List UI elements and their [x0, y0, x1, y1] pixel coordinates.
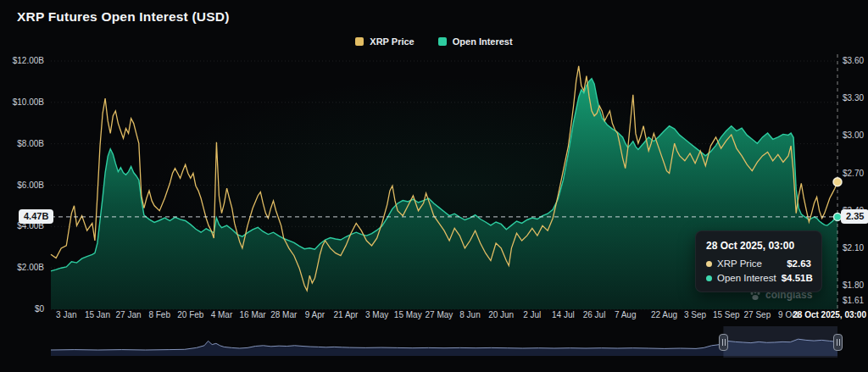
y-axis-label-right: $3.00 [843, 130, 864, 141]
y-axis-label-right: $2.70 [843, 169, 864, 179]
tooltip-label: XRP Price [717, 258, 782, 269]
tooltip-value: $4.51B [782, 273, 813, 283]
tooltip: 28 Oct 2025, 03:00 XRP Price $2.63 Open … [695, 230, 822, 292]
tooltip-dot-xrp-price [706, 261, 712, 267]
tooltip-label: Open Interest [717, 273, 776, 283]
tooltip-value: $2.63 [787, 258, 811, 269]
page-root: XRP Futures Open Interest (USD) XRP Pric… [0, 0, 868, 372]
y-axis-label-left: $8.00B [0, 139, 44, 149]
navigator-handle-left[interactable] [719, 334, 728, 351]
y-axis-label-right: $3.30 [843, 93, 864, 103]
y-axis-label-left: $2.00B [0, 263, 44, 273]
tooltip-row-open-interest: Open Interest $4.51B [706, 273, 811, 283]
y-axis-label-right: $1.80 [843, 280, 864, 291]
tooltip-dot-open-interest [706, 275, 712, 281]
tooltip-row-xrp-price: XRP Price $2.63 [706, 258, 811, 269]
y-axis-label-right: $2.10 [843, 243, 864, 253]
navigator-handle-right[interactable] [833, 334, 843, 351]
tooltip-timestamp: 28 Oct 2025, 03:00 [706, 240, 811, 252]
y-axis-label-left: $6.00B [0, 180, 44, 191]
y-axis-right: $3.60$3.30$3.00$2.70$2.40$2.10$1.80$1.61 [843, 0, 868, 322]
price-scale-badge: 2.35 [841, 209, 868, 224]
oi-value-badge: 4.47B [19, 209, 53, 224]
x-axis-crosshair-label: 28 Oct 2025, 03:00 [793, 310, 866, 320]
y-axis-label-left: $12.00B [0, 56, 44, 66]
y-axis-label-right: $3.60 [843, 56, 864, 66]
y-axis-left: $12.00B$10.00B$8.00B$6.00B$4.00B$2.00B$0 [0, 0, 49, 322]
x-axis: 3 Jan15 Jan27 Jan8 Feb20 Feb4 Mar16 Mar2… [0, 310, 866, 322]
y-axis-label-left: $10.00B [0, 97, 44, 108]
y-axis-label-right: $1.61 [843, 296, 864, 306]
